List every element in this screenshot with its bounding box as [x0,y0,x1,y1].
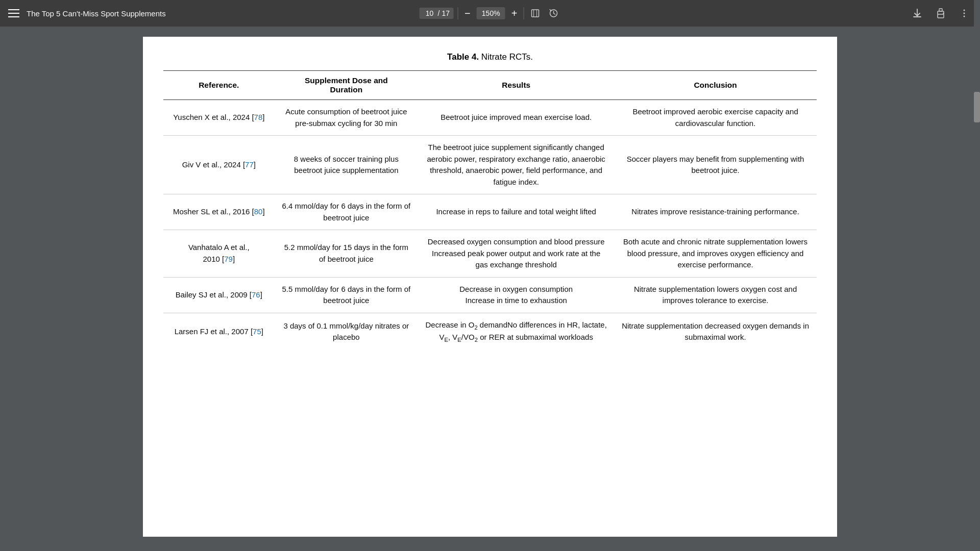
row3-conclusion: Nitrates improve resistance-training per… [614,194,817,230]
row4-ref-link[interactable]: 79 [224,255,233,263]
svg-point-6 [964,13,965,14]
scrollbar[interactable] [974,27,980,524]
row5-results: Decrease in oxygen consumptionIncrease i… [418,277,614,313]
row3-reference: Mosher SL et al., 2016 [80] [163,194,275,230]
table-row: Giv V et al., 2024 [77] 8 weeks of socce… [163,136,817,194]
row4-dose: 5.2 mmol/day for 15 days in the form of … [275,230,419,278]
row2-conclusion: Soccer players may benefit from suppleme… [614,136,817,194]
print-icon [935,8,946,19]
row2-results: The beetroot juice supplement significan… [418,136,614,194]
toolbar-divider-2 [523,7,524,19]
row4-conclusion: Both acute and chronic nitrate supplemen… [614,230,817,278]
table-row: Vanhatalo A et al.,2010 [79] 5.2 mmol/da… [163,230,817,278]
svg-point-5 [964,10,965,11]
row3-results: Increase in reps to failure and total we… [418,194,614,230]
table-row: Larsen FJ et al., 2007 [75] 3 days of 0.… [163,313,817,350]
table-header-row: Reference. Supplement Dose andDuration R… [163,71,817,100]
hamburger-icon[interactable] [8,9,19,17]
page-total: 17 [442,9,450,17]
doc-title: The Top 5 Can't-Miss Sport Supplements [27,9,166,18]
row5-conclusion: Nitrate supplementation lowers oxygen co… [614,277,817,313]
row6-dose: 3 days of 0.1 mmol/kg/day nitrates or pl… [275,313,419,350]
table-row: Mosher SL et al., 2016 [80] 6.4 mmol/day… [163,194,817,230]
row3-ref-link[interactable]: 80 [254,207,263,216]
header-dose: Supplement Dose andDuration [275,71,419,100]
zoom-input-container [477,7,505,19]
page-separator: / [438,9,440,17]
zoom-input[interactable] [481,9,501,17]
row6-ref-link[interactable]: 75 [253,327,261,336]
toolbar-left: The Top 5 Can't-Miss Sport Supplements [8,9,166,18]
history-button[interactable] [546,6,560,20]
row2-reference: Giv V et al., 2024 [77] [163,136,275,194]
row3-dose: 6.4 mmol/day for 6 days in the form of b… [275,194,419,230]
toolbar-center: / 17 − + [420,6,561,20]
svg-point-4 [943,13,944,14]
row2-ref-link[interactable]: 77 [245,160,254,169]
row6-reference: Larsen FJ et al., 2007 [75] [163,313,275,350]
zoom-out-button[interactable]: − [462,8,473,18]
header-results: Results [418,71,614,100]
table-title-text: Nitrate RCTs. [479,52,533,62]
toolbar: The Top 5 Can't-Miss Sport Supplements /… [0,0,980,27]
more-button[interactable] [957,6,972,21]
download-button[interactable] [910,6,925,21]
nitrate-rcts-table: Reference. Supplement Dose andDuration R… [163,70,817,350]
row4-reference: Vanhatalo A et al.,2010 [79] [163,230,275,278]
viewer-area: Table 4. Nitrate RCTs. Reference. Supple… [0,27,980,551]
row6-results: Decrease in O2 demandNo differences in H… [418,313,614,350]
header-reference: Reference. [163,71,275,100]
row1-ref-link[interactable]: 78 [254,113,263,121]
row4-results: Decreased oxygen consumption and blood p… [418,230,614,278]
row5-dose: 5.5 mmol/day for 6 days in the form of b… [275,277,419,313]
fit-page-icon [530,8,540,18]
download-icon [912,8,923,19]
row1-reference: Yuschen X et al., 2024 [78] [163,100,275,136]
svg-rect-2 [938,14,944,18]
fit-page-button[interactable] [528,6,542,20]
row1-conclusion: Beetroot improved aerobic exercise capac… [614,100,817,136]
row6-conclusion: Nitrate supplementation decreased oxygen… [614,313,817,350]
header-conclusion: Conclusion [614,71,817,100]
table-title: Table 4. Nitrate RCTs. [163,52,817,62]
svg-rect-0 [531,10,538,17]
zoom-in-button[interactable]: + [509,8,520,18]
more-icon [959,8,970,19]
row2-dose: 8 weeks of soccer training plus beetroot… [275,136,419,194]
scrollbar-thumb[interactable] [974,92,980,122]
row5-ref-link[interactable]: 76 [252,290,260,299]
table-title-bold: Table 4. [447,52,479,62]
page-content: Table 4. Nitrate RCTs. Reference. Supple… [143,37,837,537]
row1-dose: Acute consumption of beetroot juice pre-… [275,100,419,136]
svg-point-7 [964,16,965,17]
page-input-container: / 17 [420,8,454,19]
page-current-input[interactable] [424,9,436,17]
row5-reference: Bailey SJ et al., 2009 [76] [163,277,275,313]
history-icon [548,8,558,18]
toolbar-divider-1 [458,7,458,19]
toolbar-right [910,6,972,21]
row1-results: Beetroot juice improved mean exercise lo… [418,100,614,136]
table-row: Yuschen X et al., 2024 [78] Acute consum… [163,100,817,136]
table-row: Bailey SJ et al., 2009 [76] 5.5 mmol/day… [163,277,817,313]
print-button[interactable] [933,6,948,21]
